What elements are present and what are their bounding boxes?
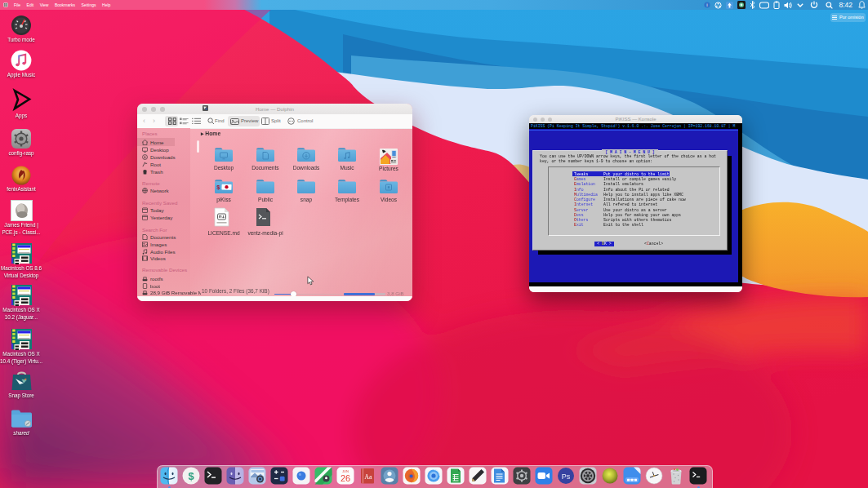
svg-text:i: i [707,2,708,7]
svg-text:Ps: Ps [562,472,571,481]
svg-text:26: 26 [341,473,350,483]
svg-text:Aa: Aa [364,473,372,481]
svg-text:$: $ [216,184,220,191]
svg-text:$: $ [188,470,194,482]
